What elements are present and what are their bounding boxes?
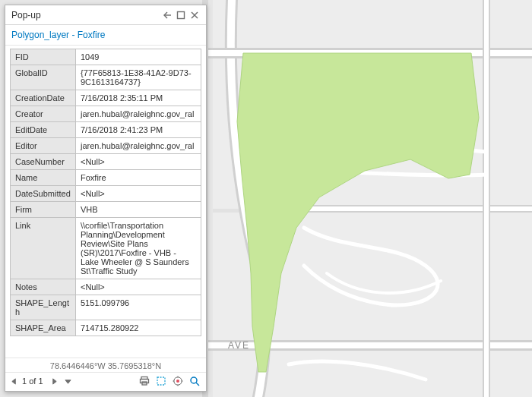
prev-feature-button[interactable]: [8, 375, 19, 387]
table-row: CaseNumber<Null>: [11, 154, 201, 170]
print-icon[interactable]: [138, 374, 151, 388]
attr-key: SHAPE_Area: [11, 320, 76, 336]
attr-value: \\corfile\Transportation Planning\Develo…: [76, 218, 201, 279]
table-row: Editorjaren.hubal@raleighnc.gov_ral: [11, 138, 201, 154]
attr-key: Editor: [11, 138, 76, 154]
svg-rect-13: [141, 380, 149, 383]
popup-subtitle: Polygon_layer - Foxfire: [5, 25, 206, 46]
attr-value: 5151.099796: [76, 295, 201, 320]
attr-value: jaren.hubal@raleighnc.gov_ral: [76, 138, 201, 154]
attr-value: 1049: [76, 49, 201, 65]
svg-line-23: [196, 383, 199, 386]
attr-key: Link: [11, 218, 76, 279]
table-row: Link\\corfile\Transportation Planning\De…: [11, 218, 201, 279]
table-row: FID1049: [11, 49, 201, 65]
svg-marker-9: [11, 378, 14, 383]
svg-marker-10: [53, 378, 57, 383]
svg-rect-6: [178, 11, 185, 18]
maximize-icon[interactable]: [174, 8, 188, 22]
table-row: SHAPE_Length5151.099796: [11, 295, 201, 320]
road-label-ave: AVE: [228, 340, 250, 351]
table-row: NameFoxfire: [11, 170, 201, 186]
attr-key: SHAPE_Length: [11, 295, 76, 320]
attr-key: Notes: [11, 279, 76, 295]
feature-counter: 1 of 1: [22, 377, 43, 386]
svg-marker-11: [65, 380, 71, 383]
attr-key: CreationDate: [11, 90, 76, 106]
attr-key: Name: [11, 170, 76, 186]
attr-key: GlobalID: [11, 65, 76, 90]
table-row: FirmVHB: [11, 202, 201, 218]
svg-point-16: [176, 380, 179, 383]
flash-icon[interactable]: [171, 374, 185, 388]
attribute-table-wrap: FID1049GlobalID{77F65813-1E38-41A2-9D73-…: [5, 46, 206, 358]
attr-value: Foxfire: [76, 170, 201, 186]
table-row: Creatorjaren.hubal@raleighnc.gov_ral: [11, 106, 201, 122]
popup-titlebar[interactable]: Pop-up: [5, 5, 206, 25]
attr-value: 7/16/2018 2:35:11 PM: [76, 90, 201, 106]
attr-value: VHB: [76, 202, 201, 218]
feature-menu-button[interactable]: [63, 375, 74, 387]
attr-key: DateSubmitted: [11, 186, 76, 202]
attribute-table: FID1049GlobalID{77F65813-1E38-41A2-9D73-…: [10, 49, 201, 336]
close-icon[interactable]: [188, 8, 201, 22]
attr-value: jaren.hubal@raleighnc.gov_ral: [76, 106, 201, 122]
attr-value: <Null>: [76, 279, 201, 295]
popup-coords: 78.6446446°W 35.7695318°N: [5, 358, 206, 372]
attr-value: <Null>: [76, 154, 201, 170]
table-row: CreationDate7/16/2018 2:35:11 PM: [11, 90, 201, 106]
popup-footer: 1 of 1: [5, 372, 206, 391]
table-row: EditDate7/16/2018 2:41:23 PM: [11, 122, 201, 138]
attr-key: FID: [11, 49, 76, 65]
popup-panel: Pop-up Polygon_layer - Foxfire FID1049Gl…: [5, 5, 207, 392]
table-row: Notes<Null>: [11, 279, 201, 295]
svg-point-22: [191, 377, 197, 383]
attr-value: 7/16/2018 2:41:23 PM: [76, 122, 201, 138]
table-row: SHAPE_Area714715.280922: [11, 320, 201, 336]
popup-title: Pop-up: [11, 10, 160, 20]
next-feature-button[interactable]: [49, 375, 60, 387]
attr-value: 714715.280922: [76, 320, 201, 336]
table-row: GlobalID{77F65813-1E38-41A2-9D73-9C16131…: [11, 65, 201, 90]
zoom-icon[interactable]: [188, 374, 201, 388]
attr-key: Firm: [11, 202, 76, 218]
attr-key: EditDate: [11, 122, 76, 138]
attr-value: <Null>: [76, 186, 201, 202]
table-row: DateSubmitted<Null>: [11, 186, 201, 202]
dock-icon[interactable]: [160, 8, 174, 22]
select-icon[interactable]: [154, 374, 168, 388]
attr-key: CaseNumber: [11, 154, 76, 170]
svg-rect-15: [157, 377, 165, 385]
attr-value: {77F65813-1E38-41A2-9D73-9C1613164737}: [76, 65, 201, 90]
attr-key: Creator: [11, 106, 76, 122]
